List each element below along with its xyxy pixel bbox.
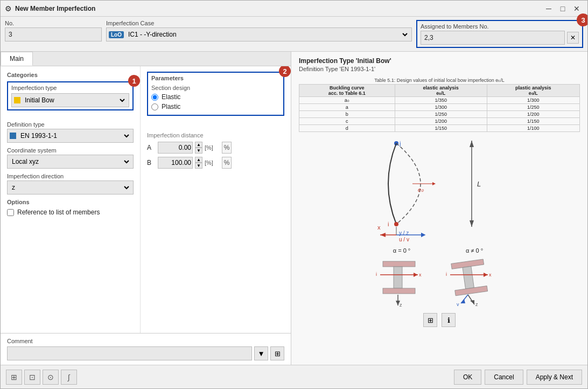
svg-text:z: z bbox=[475, 302, 478, 307]
imperfection-type-select[interactable]: Initial Bow bbox=[11, 93, 129, 107]
parameters-column: Parameters Section design Elastic Plasti… bbox=[141, 66, 291, 333]
minimize-button[interactable]: ─ bbox=[542, 3, 555, 14]
badge-2: 2 bbox=[279, 66, 291, 77]
svg-marker-31 bbox=[484, 273, 488, 277]
window-title: New Member Imperfection bbox=[15, 5, 539, 12]
definition-type-select[interactable]: EN 1993-1-1 bbox=[7, 129, 134, 143]
imperfection-type-dropdown[interactable]: Initial Bow bbox=[23, 96, 127, 105]
badge-1: 1 bbox=[128, 75, 140, 87]
table-header-2: plastic analysise₀/L bbox=[487, 85, 579, 97]
table-row: d1/1501/100 bbox=[299, 125, 580, 132]
categories-title: Categories bbox=[7, 72, 134, 78]
imperfection-distance-label: Imperfection distance bbox=[147, 132, 284, 138]
svg-text:v: v bbox=[457, 302, 459, 307]
table-header-1: elastic analysise₀/L bbox=[395, 85, 487, 97]
elastic-radio[interactable] bbox=[151, 94, 158, 101]
imperfection-case-select[interactable]: LoO IC1 - -Y-direction bbox=[106, 27, 412, 41]
distance-a-up[interactable]: ▲ bbox=[195, 142, 202, 148]
restore-button[interactable]: □ bbox=[556, 3, 569, 14]
tab-main[interactable]: Main bbox=[1, 52, 33, 66]
assigned-value: 2,3 bbox=[421, 31, 565, 45]
distance-a-down[interactable]: ▼ bbox=[195, 148, 202, 154]
svg-rect-17 bbox=[383, 261, 415, 267]
imperfection-direction-dropdown[interactable]: z bbox=[10, 183, 131, 192]
diagram-subtitle: Definition Type 'EN 1993-1-1' bbox=[299, 66, 580, 72]
alpha-nonzero-svg: x i z v bbox=[445, 256, 504, 310]
coordinate-system-dropdown[interactable]: Local xyz bbox=[10, 157, 131, 166]
svg-text:j: j bbox=[399, 140, 401, 147]
tool-btn-2[interactable]: ⊡ bbox=[24, 370, 40, 385]
definition-type-row: Definition type EN 1993-1-1 bbox=[7, 121, 134, 143]
distance-b-pct-btn[interactable]: % bbox=[222, 157, 232, 169]
imperfection-direction-label: Imperfection direction bbox=[7, 173, 134, 179]
svg-rect-19 bbox=[383, 288, 415, 294]
comment-input[interactable] bbox=[7, 346, 252, 360]
plastic-radio[interactable] bbox=[151, 103, 158, 110]
reference-checkbox[interactable] bbox=[7, 209, 14, 216]
data-table: Buckling curveacc. to Table 6.1 elastic … bbox=[299, 84, 580, 132]
section-design-label: Section design bbox=[151, 85, 280, 91]
distance-b-letter: B bbox=[147, 159, 156, 166]
distance-b-input[interactable] bbox=[158, 157, 193, 169]
main-content: Main Categories Imperfection type bbox=[1, 52, 587, 365]
options-title: Options bbox=[7, 199, 134, 205]
apply-next-button[interactable]: Apply & Next bbox=[527, 370, 582, 385]
distance-a-input[interactable] bbox=[158, 142, 193, 154]
elastic-label: Elastic bbox=[162, 93, 180, 101]
title-bar: ⚙ New Member Imperfection ─ □ ✕ bbox=[1, 1, 587, 17]
svg-text:x: x bbox=[419, 272, 422, 277]
title-bar-controls: ─ □ ✕ bbox=[542, 3, 583, 14]
bow-diagram-svg: L j e₀ x bbox=[348, 135, 531, 243]
comment-copy-btn[interactable]: ⊞ bbox=[270, 346, 284, 360]
plastic-label: Plastic bbox=[162, 103, 180, 110]
distance-b-down[interactable]: ▼ bbox=[195, 163, 202, 169]
diagram-icon-btn-1[interactable]: ⊞ bbox=[423, 313, 437, 327]
top-fields: No. 3 Imperfection Case LoO IC1 - -Y-dir… bbox=[1, 17, 587, 52]
imperfection-direction-select[interactable]: z bbox=[7, 180, 134, 194]
tool-btn-4[interactable]: ∫ bbox=[61, 370, 77, 385]
ok-button[interactable]: OK bbox=[454, 370, 481, 385]
imperfection-case-group: Imperfection Case LoO IC1 - -Y-direction bbox=[106, 20, 412, 48]
diagram-svg-container: Table 5.1: Design values of initial loca… bbox=[299, 78, 580, 327]
tool-btn-1[interactable]: ⊞ bbox=[6, 370, 22, 385]
diagram-icon-btn-2[interactable]: ℹ bbox=[442, 313, 456, 327]
coordinate-system-select[interactable]: Local xyz bbox=[7, 155, 134, 169]
imperfection-type-group: Imperfection type Initial Bow bbox=[7, 81, 134, 110]
tab-panel: Main Categories Imperfection type bbox=[1, 52, 291, 365]
svg-marker-3 bbox=[470, 220, 474, 227]
svg-rect-28 bbox=[463, 266, 474, 289]
svg-text:u / v: u / v bbox=[399, 237, 409, 242]
comment-dropdown-btn[interactable]: ▼ bbox=[254, 346, 268, 360]
main-window: ⚙ New Member Imperfection ─ □ ✕ No. 3 Im… bbox=[0, 0, 588, 389]
options-section: Options Reference to list of members bbox=[7, 199, 134, 216]
tool-btn-3[interactable]: ⊙ bbox=[43, 370, 59, 385]
coordinate-system-label: Coordinate system bbox=[7, 147, 134, 154]
comment-row: ▼ ⊞ bbox=[7, 346, 284, 360]
distance-a-stepper[interactable]: ▲ ▼ bbox=[195, 142, 202, 154]
cancel-button[interactable]: Cancel bbox=[485, 370, 523, 385]
distance-row-a: A ▲ ▼ [%] % bbox=[147, 142, 284, 154]
svg-text:i: i bbox=[376, 272, 377, 277]
svg-marker-16 bbox=[380, 233, 386, 237]
assigned-label: Assigned to Members No. bbox=[421, 23, 579, 30]
table-header-0: Buckling curveacc. to Table 6.1 bbox=[299, 85, 395, 97]
badge-3: 3 bbox=[577, 13, 588, 26]
imperfection-case-dropdown[interactable]: IC1 - -Y-direction bbox=[126, 30, 409, 39]
svg-text:i: i bbox=[446, 272, 447, 277]
distance-b-stepper[interactable]: ▲ ▼ bbox=[195, 157, 202, 169]
distance-b-up[interactable]: ▲ bbox=[195, 157, 202, 163]
assigned-clear-button[interactable]: ✕ bbox=[567, 32, 579, 44]
no-value: 3 bbox=[5, 27, 102, 41]
distance-a-pct-btn[interactable]: % bbox=[222, 142, 232, 154]
definition-type-dropdown[interactable]: EN 1993-1-1 bbox=[18, 131, 131, 140]
diagram-title: Imperfection Type 'Initial Bow' bbox=[299, 57, 580, 65]
svg-point-11 bbox=[394, 222, 398, 226]
svg-marker-21 bbox=[414, 273, 418, 277]
alpha-zero-label: α = 0 ° bbox=[393, 247, 410, 254]
close-button[interactable]: ✕ bbox=[570, 3, 583, 14]
tab-content: Categories Imperfection type Initial Bow bbox=[1, 66, 291, 333]
alpha-nonzero-label: α ≠ 0 ° bbox=[466, 247, 483, 254]
table-row: a₀1/3501/300 bbox=[299, 97, 580, 104]
assigned-group: Assigned to Members No. 2,3 ✕ 3 bbox=[416, 20, 583, 48]
cross-section-diagrams: α = 0 ° x bbox=[375, 247, 504, 310]
